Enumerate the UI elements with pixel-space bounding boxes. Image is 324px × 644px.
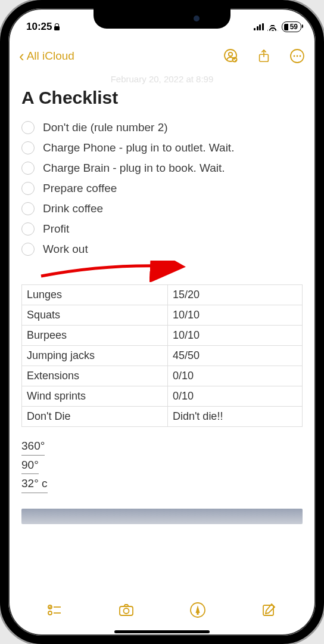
svg-point-7	[300, 55, 301, 57]
battery-percent: 59	[290, 23, 298, 31]
checklist-item[interactable]: Drink coffee	[21, 199, 303, 219]
annotation-arrow	[21, 264, 303, 281]
table-row: Don't DieDidn't die!!	[22, 407, 303, 427]
svg-point-5	[294, 55, 295, 57]
table-row: Lunges15/20	[22, 285, 303, 305]
checkbox-icon[interactable]	[21, 162, 35, 175]
temp-line[interactable]: 90°	[21, 457, 39, 475]
checklist-label: Don't die (rule number 2)	[43, 121, 168, 134]
note-content[interactable]: February 20, 2022 at 8:99 A Checklist Do…	[8, 73, 316, 588]
image-attachment[interactable]	[21, 509, 303, 524]
orientation-lock-icon	[54, 23, 60, 30]
nav-bar: ‹ All iCloud	[8, 42, 316, 70]
status-right: 59	[254, 21, 301, 32]
svg-rect-15	[197, 613, 199, 615]
note-title[interactable]: A Checklist	[21, 88, 303, 108]
bottom-toolbar	[8, 590, 316, 630]
cellular-icon	[254, 23, 264, 30]
table-row: Jumping jacks45/50	[22, 346, 303, 366]
checkbox-icon[interactable]	[21, 182, 35, 195]
battery-indicator: 59	[282, 21, 301, 32]
home-indicator[interactable]	[114, 630, 210, 633]
checkbox-icon[interactable]	[21, 243, 35, 256]
checklist-label: Charge Phone - plug in to outlet. Wait.	[43, 141, 234, 154]
chevron-left-icon: ‹	[19, 48, 24, 64]
nav-actions	[223, 48, 305, 64]
svg-point-6	[297, 55, 298, 57]
checklist-button[interactable]	[45, 600, 64, 620]
temp-line[interactable]: 360°	[21, 438, 45, 456]
table-row: Extensions0/10	[22, 366, 303, 386]
workout-table[interactable]: Lunges15/20 Squats10/10 Burpees10/10 Jum…	[21, 284, 303, 427]
checklist-label: Prepare coffee	[43, 182, 117, 195]
back-label: All iCloud	[27, 49, 74, 63]
checklist: Don't die (rule number 2) Charge Phone -…	[21, 117, 303, 259]
checklist-item[interactable]: Don't die (rule number 2)	[21, 117, 303, 138]
wifi-icon	[267, 23, 278, 31]
more-button[interactable]	[289, 48, 305, 64]
checklist-label: Work out	[43, 243, 88, 256]
temperature-list[interactable]: 360° 90° 32° c	[21, 438, 303, 494]
checklist-label: Charge Brain - plug in to book. Wait.	[43, 162, 225, 175]
notch	[94, 8, 230, 29]
table-row: Wind sprints0/10	[22, 386, 303, 407]
compose-button[interactable]	[260, 600, 279, 620]
camera-button[interactable]	[117, 600, 136, 620]
svg-point-1	[229, 52, 232, 56]
status-left: 10:25	[26, 21, 60, 33]
markup-button[interactable]	[188, 600, 207, 620]
collaborate-button[interactable]	[223, 48, 238, 64]
checkbox-icon[interactable]	[21, 202, 35, 215]
phone-frame: 10:25 59 ‹ All iCloud	[0, 0, 324, 644]
checklist-item[interactable]: Prepare coffee	[21, 178, 303, 199]
checklist-item[interactable]: Work out	[21, 239, 303, 259]
share-button[interactable]	[256, 48, 272, 64]
svg-point-13	[124, 608, 129, 614]
checklist-item[interactable]: Profit	[21, 219, 303, 239]
checklist-label: Drink coffee	[43, 202, 103, 215]
temp-line[interactable]: 32° c	[21, 475, 48, 493]
svg-point-10	[48, 611, 52, 615]
table-row: Burpees10/10	[22, 326, 303, 346]
checklist-item[interactable]: Charge Brain - plug in to book. Wait.	[21, 158, 303, 178]
checkbox-icon[interactable]	[21, 141, 35, 154]
checkbox-icon[interactable]	[21, 222, 35, 236]
checklist-label: Profit	[43, 222, 69, 236]
back-button[interactable]: ‹ All iCloud	[19, 48, 74, 64]
status-time: 10:25	[26, 21, 52, 33]
checklist-item[interactable]: Charge Phone - plug in to outlet. Wait.	[21, 138, 303, 158]
table-row: Squats10/10	[22, 305, 303, 326]
checkbox-icon[interactable]	[21, 121, 35, 134]
note-timestamp: February 20, 2022 at 8:99	[21, 74, 303, 84]
